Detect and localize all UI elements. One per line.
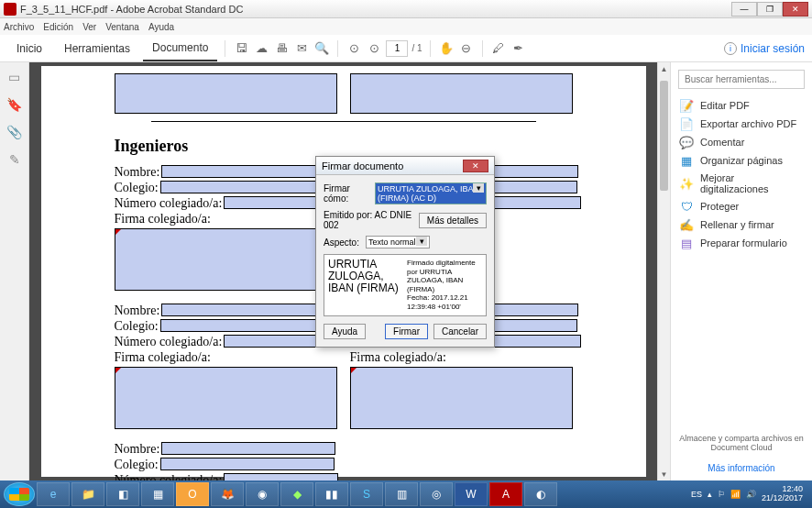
dialog-title: Firmar documento	[322, 160, 463, 171]
menu-edicion[interactable]: Edición	[43, 22, 73, 32]
dialog-close-button[interactable]: ✕	[463, 160, 488, 172]
tab-herramientas[interactable]: Herramientas	[55, 37, 139, 61]
field-colegio[interactable]	[160, 458, 335, 470]
menu-ventana[interactable]: Ventana	[105, 22, 139, 32]
tool-item[interactable]: ▤Preparar formulario	[678, 234, 805, 252]
tool-item[interactable]: ✨Mejorar digitalizaciones	[678, 170, 805, 197]
section-title: Ingenieros	[115, 137, 573, 156]
start-button[interactable]	[4, 482, 35, 506]
bookmark-icon[interactable]: 🔖	[6, 97, 22, 112]
search-icon[interactable]: 🔍	[313, 40, 330, 57]
task-app-icon[interactable]: ◆	[280, 482, 313, 506]
menu-ayuda[interactable]: Ayuda	[148, 22, 174, 32]
highlight-icon[interactable]: 🖊	[490, 40, 507, 57]
menubar: Archivo Edición Ver Ventana Ayuda	[0, 18, 812, 35]
task-acrobat-icon[interactable]: A	[489, 482, 522, 506]
task-app-icon[interactable]: ▮▮	[315, 482, 348, 506]
task-app-icon[interactable]: ◧	[106, 482, 139, 506]
tab-inicio[interactable]: Inicio	[7, 37, 51, 61]
field-numcolegiado[interactable]	[224, 473, 338, 480]
signature-field[interactable]	[115, 367, 337, 429]
tool-icon: 💬	[680, 136, 693, 149]
field-nombre[interactable]	[161, 442, 335, 455]
field-label: Firma colegiado/a:	[115, 350, 337, 365]
tray-up-icon[interactable]: ▴	[708, 490, 712, 499]
save-icon[interactable]: 🖫	[233, 40, 249, 57]
tool-label: Exportar archivo PDF	[700, 118, 796, 129]
cloud-more-link[interactable]: Más información	[678, 463, 805, 473]
tool-icon: 🛡	[680, 200, 693, 213]
tray-lang[interactable]: ES	[691, 490, 702, 499]
signature-box[interactable]	[115, 73, 337, 114]
sign-icon[interactable]: ✒	[510, 40, 527, 57]
scroll-thumb[interactable]	[660, 81, 668, 191]
tray-volume-icon[interactable]: 🔊	[746, 490, 756, 499]
field-label: Número colegiado/a:	[115, 473, 223, 480]
help-button[interactable]: Ayuda	[324, 324, 366, 339]
cloud-icon[interactable]: ☁	[253, 40, 269, 57]
task-app-icon[interactable]: ◎	[420, 482, 453, 506]
field-label: Colegio:	[115, 458, 159, 472]
page-down-icon[interactable]: ⊙	[366, 40, 382, 57]
page-up-icon[interactable]: ⊙	[346, 40, 362, 57]
task-firefox-icon[interactable]: 🦊	[211, 482, 244, 506]
tray-flag-icon[interactable]: ⚐	[718, 490, 725, 499]
task-app-icon[interactable]: ◐	[524, 482, 557, 506]
task-app-icon[interactable]: ▥	[385, 482, 418, 506]
signature-panel-icon[interactable]: ✎	[9, 152, 20, 167]
appearance-combo[interactable]: Texto normal	[366, 236, 430, 248]
scroll-down-icon[interactable]: ▼	[658, 468, 670, 480]
tab-documento[interactable]: Documento	[143, 36, 217, 61]
tool-item[interactable]: 📄Exportar archivo PDF	[678, 115, 805, 133]
tool-label: Editar PDF	[700, 100, 750, 111]
task-skype-icon[interactable]: S	[350, 482, 383, 506]
select-icon[interactable]: ⊖	[458, 40, 475, 57]
attachment-icon[interactable]: 📎	[6, 125, 22, 139]
cancel-button[interactable]: Cancelar	[433, 324, 487, 339]
certificate-combo[interactable]: URRUTIA ZULOAGA, IBAN (FIRMA) (AC D)	[375, 182, 487, 204]
signature-box[interactable]	[350, 73, 573, 114]
field-label: Nombre:	[115, 304, 160, 318]
menu-ver[interactable]: Ver	[82, 22, 96, 32]
task-ie-icon[interactable]: e	[37, 482, 70, 506]
menu-archivo[interactable]: Archivo	[4, 22, 34, 32]
scroll-up-icon[interactable]: ▲	[658, 62, 670, 75]
tool-item[interactable]: 💬Comentar	[678, 133, 805, 151]
hand-icon[interactable]: ✋	[438, 40, 455, 57]
tool-item[interactable]: ▦Organizar páginas	[678, 151, 805, 170]
sign-button[interactable]: Firmar	[385, 324, 428, 339]
close-button[interactable]: ✕	[783, 2, 808, 17]
print-icon[interactable]: 🖶	[273, 40, 290, 57]
page-input[interactable]	[386, 40, 408, 57]
system-tray[interactable]: ES ▴ ⚐ 📶 🔊 12:40 21/12/2017	[691, 485, 808, 503]
field-label: Número colegiado/a:	[115, 196, 223, 211]
maximize-button[interactable]: ❐	[757, 2, 783, 17]
mail-icon[interactable]: ✉	[293, 40, 310, 57]
signature-field[interactable]	[350, 367, 573, 429]
signature-preview: URRUTIA ZULOAGA, IBAN (FIRMA) Firmado di…	[324, 254, 487, 316]
tray-network-icon[interactable]: 📶	[730, 490, 741, 499]
task-chrome-icon[interactable]: ◉	[246, 482, 279, 506]
tools-panel: 📝Editar PDF📄Exportar archivo PDF💬Comenta…	[670, 62, 812, 480]
field-label: Número colegiado/a:	[115, 335, 223, 349]
task-word-icon[interactable]: W	[455, 482, 488, 506]
task-explorer-icon[interactable]: 📁	[71, 482, 104, 506]
tool-icon: ✨	[680, 177, 693, 190]
vertical-scrollbar[interactable]: ▲ ▼	[657, 62, 670, 480]
search-tools-input[interactable]	[678, 70, 805, 89]
thumbnails-icon[interactable]: ▭	[8, 70, 20, 84]
signature-field[interactable]	[115, 228, 347, 291]
tool-icon: ▦	[680, 154, 693, 167]
tool-item[interactable]: ✍Rellenar y firmar	[678, 215, 805, 234]
tool-item[interactable]: 📝Editar PDF	[678, 96, 805, 115]
task-app-icon[interactable]: ▦	[141, 482, 174, 506]
tool-label: Mejorar digitalizaciones	[700, 172, 803, 194]
more-details-button[interactable]: Más detalles	[419, 213, 487, 228]
tool-item[interactable]: 🛡Proteger	[678, 197, 805, 215]
login-link[interactable]: iIniciar sesión	[724, 42, 805, 55]
minimize-button[interactable]: —	[731, 2, 757, 17]
left-sidebar: ▭ 🔖 📎 ✎	[0, 62, 29, 480]
task-outlook-icon[interactable]: O	[176, 482, 209, 506]
tool-label: Preparar formulario	[700, 237, 787, 248]
taskbar: e 📁 ◧ ▦ O 🦊 ◉ ◆ ▮▮ S ▥ ◎ W A ◐ ES ▴ ⚐ 📶 …	[0, 480, 812, 508]
